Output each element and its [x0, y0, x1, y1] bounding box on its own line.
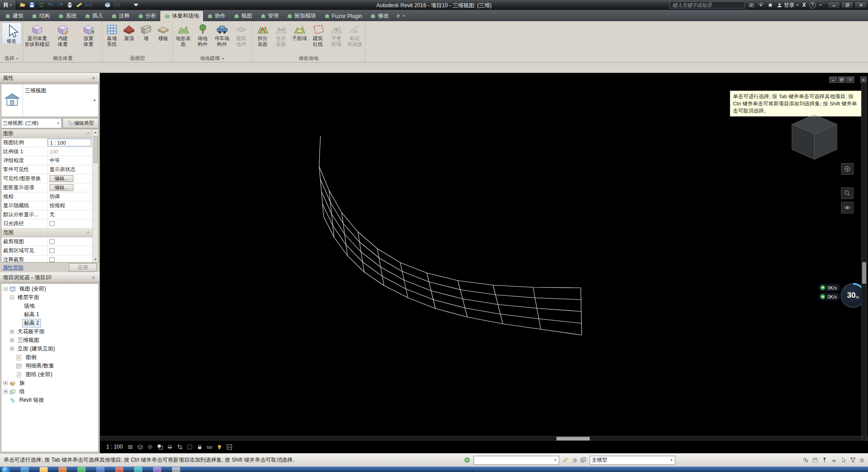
- property-value[interactable]: [48, 237, 92, 246]
- tree-item-site-plan[interactable]: 场地: [1, 302, 98, 310]
- edit-type-button[interactable]: 编辑类型: [63, 118, 99, 128]
- qat-section-button[interactable]: [113, 1, 122, 9]
- tab-massing-site[interactable]: 体量和场地: [160, 11, 203, 21]
- ribbon-button-building-pad[interactable]: 建筑地坪: [232, 23, 251, 47]
- qat-thin-lines-button[interactable]: [122, 1, 131, 9]
- tree-item-floor-plans[interactable]: 楼层平面: [1, 293, 98, 302]
- ribbon-button-merge-surfaces[interactable]: 合并表面: [272, 23, 290, 47]
- drawing-area[interactable]: 单击可进行选择; 按 Tab 键并单击可选择其他项目; 按 Ctrl 键并单击可…: [100, 73, 868, 453]
- ribbon-cycle-icon[interactable]: [396, 14, 400, 18]
- tab-manage[interactable]: 管理: [256, 11, 283, 21]
- taskbar-item-purple-app[interactable]: [153, 467, 161, 472]
- tab-insert[interactable]: 插入: [81, 11, 107, 21]
- taskbar-item-gray-app[interactable]: [172, 467, 180, 472]
- tab-analyze[interactable]: 分析: [134, 11, 160, 21]
- property-value[interactable]: 1 : 100: [48, 139, 91, 146]
- qat-default-3d-view-button[interactable]: [103, 1, 112, 9]
- hide-isolate-button[interactable]: [206, 444, 213, 450]
- filter-icon[interactable]: [850, 457, 856, 463]
- properties-header[interactable]: 属性: [0, 73, 99, 83]
- ribbon-button-property-line[interactable]: 建筑红线: [309, 23, 327, 47]
- tab-architecture[interactable]: 建筑: [1, 11, 27, 21]
- view-instance-combo[interactable]: 三维视图: (三维): [1, 118, 62, 128]
- edit-button[interactable]: 编辑...: [50, 175, 73, 182]
- rendering-dialog-button[interactable]: [167, 444, 173, 450]
- visual-style-button[interactable]: [137, 444, 144, 450]
- tree-item-level-2[interactable]: 标高 2: [1, 319, 98, 327]
- expander-minus-icon[interactable]: [9, 295, 14, 300]
- select-pinned-icon[interactable]: [821, 457, 828, 463]
- qat-open-file-button[interactable]: [18, 1, 27, 9]
- viewcube[interactable]: [787, 109, 843, 165]
- panel-caption-conceptual-mass[interactable]: 概念体量: [23, 54, 102, 62]
- select-by-face-icon[interactable]: [831, 457, 837, 463]
- ribbon-button-floor[interactable]: 楼板: [155, 23, 172, 41]
- property-value[interactable]: 按规程: [48, 201, 92, 210]
- property-value[interactable]: [48, 219, 92, 228]
- ribbon-button-split-surface[interactable]: 拆分表面: [253, 23, 271, 47]
- panel-caption-site-modeling[interactable]: 场地建模: [173, 54, 252, 62]
- checkbox[interactable]: [50, 257, 54, 262]
- qat-redo-button[interactable]: [56, 1, 65, 9]
- ribbon-collapse-icon[interactable]: [402, 14, 405, 18]
- detail-level-button[interactable]: [127, 444, 134, 450]
- ribbon-button-parking-component[interactable]: 停车场构件: [212, 23, 231, 47]
- tab-systems[interactable]: 系统: [54, 11, 81, 21]
- select-underlay-icon[interactable]: [812, 457, 818, 463]
- taskbar-item-green-app[interactable]: [77, 467, 86, 472]
- view-scale-button[interactable]: 1 : 100: [106, 444, 123, 450]
- sign-in-button[interactable]: 登录: [777, 1, 799, 9]
- tab-add-ins[interactable]: 附加模块: [283, 11, 320, 21]
- ribbon-button-label-contours[interactable]: .50标记等高线: [346, 23, 364, 47]
- navigation-wheel-button[interactable]: [841, 163, 854, 175]
- ribbon-button-graded-region[interactable]: 平整区域: [327, 23, 345, 47]
- view-minimize-button[interactable]: [829, 77, 837, 83]
- tree-item-views-all[interactable]: 视图 (全部): [1, 285, 98, 293]
- search-input[interactable]: 键入关键字或短语: [669, 1, 745, 9]
- scrollbar-thumb[interactable]: [94, 136, 98, 163]
- property-value[interactable]: 100: [48, 147, 92, 156]
- tab-structure[interactable]: 结构: [27, 11, 54, 21]
- scroll-up-icon[interactable]: [93, 129, 99, 135]
- expander-plus-icon[interactable]: [3, 381, 8, 386]
- qat-customize-button[interactable]: [131, 1, 140, 9]
- ribbon-button-modify[interactable]: 修改: [2, 23, 22, 45]
- tab-collaborate[interactable]: 协作: [203, 11, 230, 21]
- maximize-button[interactable]: [841, 1, 854, 9]
- property-section-graphics[interactable]: 图形: [1, 129, 92, 138]
- select-links-icon[interactable]: [802, 457, 809, 463]
- editing-requests-icon[interactable]: [562, 457, 569, 463]
- favorites-star-button[interactable]: [767, 2, 773, 8]
- tab-view[interactable]: 视图: [230, 11, 256, 21]
- reveal-hidden-button[interactable]: [216, 444, 223, 450]
- start-button[interactable]: [2, 467, 10, 472]
- chevron-up-icon[interactable]: [86, 230, 90, 236]
- zoom-tool-button[interactable]: [841, 187, 854, 199]
- crop-view-button[interactable]: [176, 444, 183, 450]
- ribbon-button-subregion[interactable]: 子面域: [290, 23, 308, 41]
- ribbon-button-site-component[interactable]: 场地构件: [193, 23, 212, 47]
- tree-item-3d-views[interactable]: 三维视图: [1, 336, 98, 345]
- qat-synchronize-button[interactable]: [37, 1, 46, 9]
- property-value[interactable]: 协调: [48, 192, 92, 201]
- close-icon[interactable]: [90, 75, 97, 81]
- application-menu-button[interactable]: R: [0, 0, 16, 10]
- panel-caption-model-by-face[interactable]: 面模型: [103, 54, 172, 62]
- design-option-combo[interactable]: 主模型: [590, 456, 675, 465]
- wireframe-mass-surface[interactable]: [100, 73, 868, 453]
- properties-scrollbar[interactable]: [92, 129, 98, 262]
- tree-item-sheets[interactable]: 图纸 (全部): [1, 370, 98, 379]
- checkbox[interactable]: [50, 239, 54, 244]
- vertical-scrollbar[interactable]: [861, 84, 867, 436]
- taskbar-item-blue-app[interactable]: [96, 467, 104, 472]
- property-value[interactable]: [48, 255, 92, 263]
- properties-help-link[interactable]: 属性帮助: [3, 264, 23, 271]
- tree-item-schedules[interactable]: 明细表/数量: [1, 362, 98, 370]
- view-close-button[interactable]: [846, 77, 854, 83]
- drag-on-selection-icon[interactable]: [840, 457, 847, 463]
- taskbar-item-explorer-folder[interactable]: [40, 467, 48, 472]
- type-selector[interactable]: 三维视图: [1, 84, 99, 117]
- apply-button[interactable]: 应用: [69, 263, 97, 272]
- qat-save-button[interactable]: [27, 1, 36, 9]
- expander-plus-icon[interactable]: [9, 338, 14, 343]
